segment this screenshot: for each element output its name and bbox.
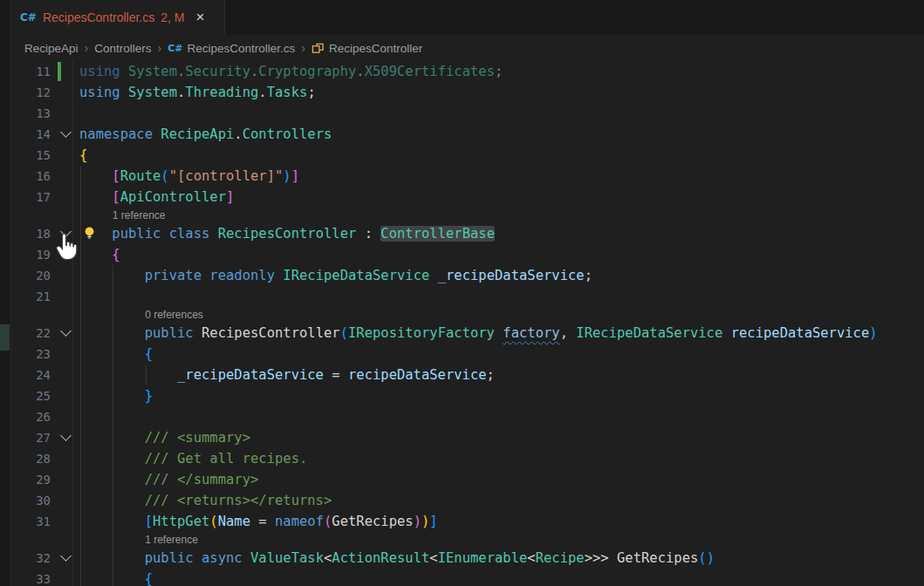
tab-recipescontroller[interactable]: C# RecipesController.cs 2, M × [11, 0, 225, 35]
fold-chevron-icon[interactable] [60, 126, 72, 138]
code-text: /// <summary> [79, 427, 250, 448]
code-line-31[interactable]: 31 [HttpGet(Name = nameof(GetRecipes))] [0, 511, 924, 532]
codelens-reference-link[interactable]: 1 reference [145, 532, 198, 548]
git-added-gutter-indicator [58, 62, 61, 81]
code-text: private readonly IRecipeDataService _rec… [79, 265, 592, 286]
code-text: _recipeDataService = recipeDataService; [79, 365, 495, 385]
code-line-22[interactable]: 22 public RecipesController(IRepositoryF… [0, 323, 924, 344]
code-line-16[interactable]: 16 [Route("[controller]")] [0, 166, 924, 187]
line-number[interactable]: 30 [26, 490, 51, 511]
fold-chevron-icon[interactable] [60, 325, 72, 337]
code-line-29[interactable]: 29 /// </summary> [0, 469, 924, 490]
line-number[interactable]: 29 [26, 469, 51, 490]
line-number[interactable]: 13 [26, 103, 51, 124]
code-line-20[interactable]: 20 private readonly IRecipeDataService _… [0, 265, 924, 286]
breadcrumb-separator-icon: › [301, 41, 305, 55]
line-number[interactable]: 19 [26, 244, 51, 265]
breadcrumb-item-recipeapi[interactable]: RecipeApi [24, 42, 79, 55]
code-text: public RecipesController(IRepositoryFact… [79, 323, 878, 344]
code-line-25[interactable]: 25 } [0, 385, 924, 406]
code-text: { [79, 145, 87, 166]
line-number[interactable]: 32 [26, 548, 51, 569]
line-number[interactable]: 17 [26, 187, 51, 208]
code-text: [Route("[controller]")] [79, 166, 299, 187]
code-text: { [79, 344, 153, 365]
breadcrumb-item-recipescontroller[interactable]: RecipesController [311, 42, 422, 55]
code-text: using System.Security.Cryptography.X509C… [79, 61, 503, 82]
line-number[interactable]: 16 [26, 166, 51, 187]
code-line-27[interactable]: 27 /// <summary> [0, 427, 924, 448]
line-number[interactable]: 11 [26, 61, 51, 82]
code-line-11[interactable]: 11using System.Security.Cryptography.X50… [0, 61, 924, 82]
breadcrumb-item-controllers[interactable]: Controllers [94, 42, 151, 55]
code-line-32[interactable]: 32 public async ValueTask<ActionResult<I… [0, 548, 924, 569]
line-number[interactable]: 21 [26, 286, 51, 307]
tab-close-icon[interactable]: × [196, 10, 205, 24]
line-number[interactable]: 27 [26, 427, 51, 448]
code-text: [ApiController] [79, 187, 234, 208]
breadcrumb: RecipeApi›Controllers›C#RecipesControlle… [11, 35, 924, 61]
line-number[interactable]: 22 [26, 323, 51, 344]
line-number[interactable]: 23 [26, 344, 51, 365]
codelens-row[interactable]: 0 references [0, 307, 924, 323]
breadcrumb-item-recipescontroller-cs[interactable]: C#RecipesController.cs [168, 42, 295, 55]
code-text: /// Get all recipes. [79, 448, 307, 469]
indent-guide [80, 307, 81, 323]
code-line-28[interactable]: 28 /// Get all recipes. [0, 448, 924, 469]
fold-chevron-icon[interactable] [60, 430, 72, 441]
line-number[interactable]: 28 [26, 448, 51, 469]
line-number[interactable]: 20 [26, 265, 51, 286]
code-line-17[interactable]: 17 [ApiController] [0, 187, 924, 208]
code-text: { [79, 569, 153, 586]
code-line-12[interactable]: 12using System.Threading.Tasks; [0, 82, 924, 103]
line-number[interactable]: 24 [26, 365, 51, 385]
left-edge-mark [0, 324, 10, 351]
indent-guide [80, 286, 81, 307]
csharp-file-icon: C# [168, 43, 182, 54]
code-line-21[interactable]: 21 [0, 286, 924, 307]
fold-chevron-icon[interactable] [60, 550, 72, 562]
code-line-30[interactable]: 30 /// <returns></returns> [0, 490, 924, 511]
left-edge-strip [0, 0, 11, 586]
vscode-editor-window: C# RecipesController.cs 2, M × RecipeApi… [0, 0, 924, 586]
code-text: { [79, 244, 120, 265]
line-number[interactable]: 31 [26, 511, 51, 532]
codelens-row[interactable]: 1 reference [0, 532, 924, 548]
code-area: 11using System.Security.Cryptography.X50… [0, 61, 924, 586]
codelens-reference-link[interactable]: 0 references [145, 307, 203, 323]
code-line-15[interactable]: 15{ [0, 145, 924, 166]
code-line-33[interactable]: 33 { [0, 569, 924, 586]
line-number[interactable]: 25 [26, 385, 51, 406]
codelens-reference-link[interactable]: 1 reference [113, 208, 166, 223]
code-text: [HttpGet(Name = nameof(GetRecipes))] [79, 511, 438, 532]
breadcrumb-label: RecipeApi [24, 42, 79, 55]
tab-label: RecipesController.cs [43, 10, 154, 24]
code-line-24[interactable]: 24 _recipeDataService = recipeDataServic… [0, 365, 924, 385]
code-line-26[interactable]: 26 [0, 406, 924, 427]
line-number[interactable]: 14 [26, 124, 51, 145]
breadcrumb-label: RecipesController.cs [187, 42, 295, 55]
codelens-row[interactable]: 1 reference [0, 208, 924, 223]
code-line-18[interactable]: 18 public class RecipesController : Cont… [0, 223, 924, 244]
indent-guide [80, 208, 81, 223]
code-line-23[interactable]: 23 { [0, 344, 924, 365]
code-line-14[interactable]: 14namespace RecipeApi.Controllers [0, 124, 924, 145]
code-text: using System.Threading.Tasks; [79, 82, 316, 103]
code-line-13[interactable]: 13 [0, 103, 924, 124]
line-number[interactable]: 26 [26, 406, 51, 427]
line-number[interactable]: 15 [26, 145, 51, 166]
code-line-19[interactable]: 19 { [0, 244, 924, 265]
line-number[interactable]: 12 [26, 82, 51, 103]
indent-guide [80, 406, 81, 427]
code-text: public async ValueTask<ActionResult<IEnu… [79, 548, 715, 569]
code-text: /// </summary> [79, 469, 258, 490]
indent-guide [113, 406, 113, 427]
code-text: } [79, 385, 153, 406]
line-number[interactable]: 18 [26, 223, 51, 244]
code-text: public class RecipesController : Control… [79, 223, 495, 244]
line-number[interactable]: 33 [26, 569, 51, 586]
breadcrumb-label: Controllers [94, 42, 151, 55]
fold-chevron-icon[interactable] [60, 226, 72, 237]
indent-guide [80, 532, 81, 548]
indent-guide [113, 307, 113, 323]
